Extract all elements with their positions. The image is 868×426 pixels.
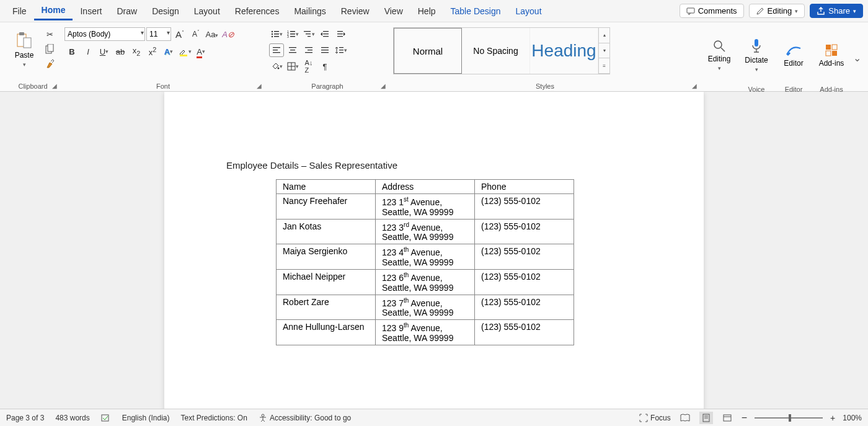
cell-address[interactable]: 123 6th Avenue,Seattle, WA 99999 [376,269,475,295]
sort-button[interactable]: A↓Z [301,60,316,73]
underline-button[interactable]: U▾ [97,45,112,58]
tab-layout-table[interactable]: Layout [508,2,549,20]
table-row[interactable]: Jan Kotas123 3rd Avenue,Seattle, WA 9999… [277,219,574,244]
font-size-input[interactable] [146,27,171,41]
page-indicator[interactable]: Page 3 of 3 [6,414,44,422]
increase-font-button[interactable]: A˄ [172,27,187,41]
tab-view[interactable]: View [377,2,410,20]
cell-phone[interactable]: (123) 555-0102 [475,244,574,270]
show-marks-button[interactable]: ¶ [317,60,332,73]
header-name[interactable]: Name [277,180,376,194]
multilevel-list-button[interactable]: ▾ [301,27,316,41]
tab-mailings[interactable]: Mailings [286,2,333,20]
highlight-button[interactable]: ▾ [177,45,192,58]
strikethrough-button[interactable]: ab [113,45,128,58]
styles-launcher[interactable]: ◢ [692,82,697,89]
cell-name[interactable]: Robert Zare [277,295,376,320]
line-spacing-button[interactable]: ▾ [334,43,348,57]
font-name-input[interactable] [64,27,145,41]
cell-phone[interactable]: (123) 555-0102 [475,219,574,244]
dictate-button[interactable]: Dictate ▾ [742,27,771,83]
cell-address[interactable]: 123 1st Avenue,Seattle, WA 99999 [376,194,475,220]
borders-button[interactable]: ▾ [285,60,300,73]
tab-help[interactable]: Help [410,2,443,20]
cell-phone[interactable]: (123) 555-0102 [475,269,574,295]
word-count[interactable]: 483 words [55,414,89,422]
tab-references[interactable]: References [228,2,287,20]
justify-button[interactable] [317,43,332,57]
gallery-up[interactable]: ▴ [599,28,609,43]
document-heading[interactable]: Employee Details – Sales Representative [226,160,648,171]
cell-address[interactable]: 123 4th Avenue,Seattle, WA 99999 [376,244,475,270]
cell-name[interactable]: Michael Neipper [277,269,376,295]
tab-review[interactable]: Review [334,2,377,20]
comments-button[interactable]: Comments [680,4,744,18]
align-right-button[interactable] [301,43,316,57]
zoom-out-button[interactable]: − [742,412,747,424]
paragraph-launcher[interactable]: ◢ [381,82,386,89]
document-page[interactable]: Employee Details – Sales Representative … [164,92,704,409]
share-button[interactable]: Share ▾ [810,4,863,18]
table-row[interactable]: Michael Neipper123 6th Avenue,Seattle, W… [277,269,574,295]
zoom-slider[interactable] [755,417,823,419]
gallery-more[interactable]: ≡ [599,58,609,74]
read-mode-button[interactable] [678,412,692,424]
addins-button[interactable]: Add-ins [816,27,847,83]
text-effects-button[interactable]: A▾ [161,45,176,58]
cell-phone[interactable]: (123) 555-0102 [475,320,574,345]
increase-indent-button[interactable] [334,27,348,41]
decrease-font-button[interactable]: A˅ [188,27,203,41]
copy-button[interactable] [42,42,57,56]
print-layout-button[interactable] [699,412,713,424]
font-launcher[interactable]: ◢ [257,82,262,89]
header-address[interactable]: Address [376,180,475,194]
cell-name[interactable]: Maiya Sergienko [277,244,376,270]
document-area[interactable]: Employee Details – Sales Representative … [0,92,868,409]
tab-table-design[interactable]: Table Design [443,2,508,20]
cell-address[interactable]: 123 9th Avenue,Seattle, WA 99999 [376,320,475,345]
tab-layout[interactable]: Layout [187,2,228,20]
table-row[interactable]: Anne Hullung-Larsen123 9th Avenue,Seattl… [277,320,574,345]
table-row[interactable]: Robert Zare123 7th Avenue,Seattle, WA 99… [277,295,574,320]
decrease-indent-button[interactable] [317,27,332,41]
cell-phone[interactable]: (123) 555-0102 [475,295,574,320]
clear-formatting-button[interactable]: A⊘ [221,27,236,41]
employee-table[interactable]: Name Address Phone Nancy Freehafer123 1s… [276,179,574,345]
tab-file[interactable]: File [5,2,34,20]
zoom-thumb[interactable] [789,414,791,422]
superscript-button[interactable]: x2 [145,45,160,58]
style-normal[interactable]: Normal [394,28,462,74]
numbering-button[interactable]: 123▾ [285,27,300,41]
align-center-button[interactable] [285,43,300,57]
editing-mode-button[interactable]: Editing ▾ [749,4,805,18]
bold-button[interactable]: B [64,45,79,58]
format-painter-button[interactable] [42,57,57,71]
style-heading1[interactable]: Heading [530,28,598,74]
paste-button[interactable]: Paste ▾ [9,27,40,72]
tab-draw[interactable]: Draw [109,2,144,20]
style-no-spacing[interactable]: No Spacing [462,28,530,74]
language-indicator[interactable]: English (India) [122,414,170,422]
text-predictions-indicator[interactable]: Text Predictions: On [180,414,247,422]
shading-button[interactable]: ▾ [269,60,284,73]
spellcheck-icon[interactable] [101,414,111,422]
subscript-button[interactable]: x2 [129,45,144,58]
font-color-button[interactable]: A▾ [193,45,208,58]
tab-insert[interactable]: Insert [73,2,109,20]
cell-address[interactable]: 123 7th Avenue,Seattle, WA 99999 [376,295,475,320]
zoom-in-button[interactable]: + [830,413,835,423]
clipboard-launcher[interactable]: ◢ [52,82,57,89]
tab-home[interactable]: Home [34,1,73,20]
cell-name[interactable]: Jan Kotas [277,219,376,244]
table-row[interactable]: Nancy Freehafer123 1st Avenue,Seattle, W… [277,194,574,220]
editor-button[interactable]: Editor [779,27,808,83]
table-row[interactable]: Maiya Sergienko123 4th Avenue,Seattle, W… [277,244,574,270]
collapse-ribbon-button[interactable]: ⌄ [851,52,863,64]
bullets-button[interactable]: ▾ [269,27,284,41]
cell-address[interactable]: 123 3rd Avenue,Seattle, WA 99999 [376,219,475,244]
accessibility-indicator[interactable]: Accessibility: Good to go [259,414,351,422]
change-case-button[interactable]: Aa▾ [205,27,219,41]
tab-design[interactable]: Design [144,2,187,20]
zoom-level[interactable]: 100% [843,414,862,422]
italic-button[interactable]: I [81,45,95,58]
